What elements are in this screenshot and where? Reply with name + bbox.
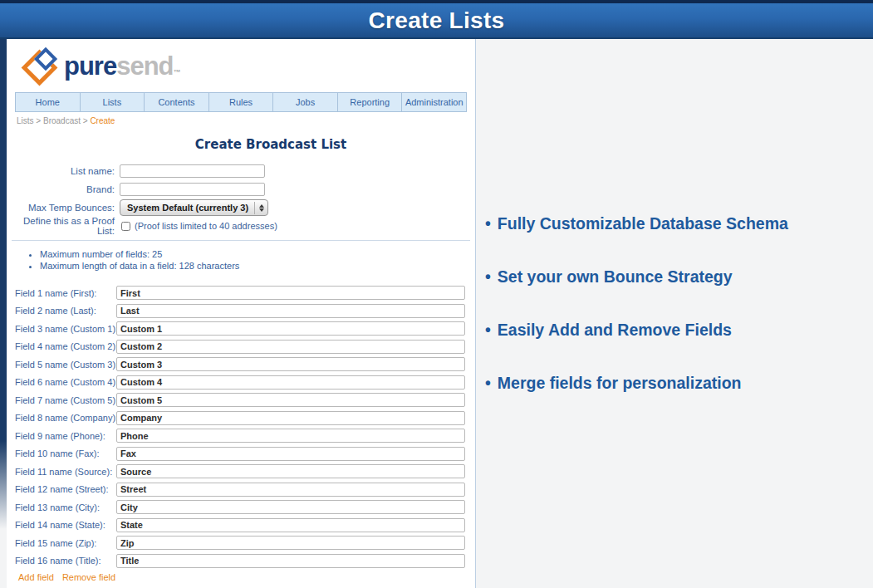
breadcrumb: Lists > Broadcast > Create [17, 116, 475, 125]
proof-list-label: Define this as a Proof List: [7, 216, 120, 236]
slide-title: Create Lists [369, 7, 505, 34]
max-temp-bounces-selected-value: System Default (currently 3) [127, 203, 248, 213]
field-label: Field 11 name (Source): [15, 467, 116, 477]
field-label: Field 5 name (Custom 3): [15, 360, 116, 370]
puresend-logo-icon [23, 47, 61, 87]
field-label: Field 7 name (Custom 5): [15, 395, 116, 405]
nav-tab-lists[interactable]: Lists [80, 93, 145, 111]
left-accent-strip [0, 39, 7, 529]
slide-bullet: •Merge fields for personalization [485, 372, 866, 394]
slide-bullet: •Set your own Bounce Strategy [485, 266, 866, 288]
nav-tab-contents[interactable]: Contents [144, 93, 208, 111]
breadcrumb-trail[interactable]: Lists > Broadcast > [17, 116, 88, 125]
list-name-input[interactable] [120, 164, 265, 178]
bullet-marker-icon: • [485, 213, 491, 235]
slide-bullet-list: •Fully Customizable Database Schema•Set … [485, 213, 866, 425]
field-row: Field 4 name (Custom 2): [15, 340, 465, 354]
field-name-input[interactable] [116, 429, 465, 443]
field-row: Field 12 name (Street): [15, 483, 465, 497]
bullet-marker-icon: • [485, 372, 491, 394]
field-row: Field 1 name (First): [15, 286, 465, 300]
slide: Create Lists puresend™ HomeListsContents… [0, 0, 873, 588]
slide-bullet-text: Fully Customizable Database Schema [498, 213, 788, 235]
field-actions: Add field Remove field [18, 572, 475, 582]
field-limit-notes: Maximum number of fields: 25Maximum leng… [7, 248, 475, 272]
list-name-row: List name: [7, 162, 475, 180]
slide-bullet: •Easily Add and Remove Fields [485, 319, 866, 341]
field-label: Field 4 name (Custom 2): [15, 341, 116, 351]
field-name-input[interactable] [116, 393, 465, 407]
field-label: Field 12 name (Street): [15, 484, 116, 494]
field-name-input[interactable] [116, 321, 465, 336]
field-name-input[interactable] [116, 286, 465, 300]
logo-word-send: send [116, 51, 173, 81]
puresend-logo: puresend™ [23, 47, 475, 89]
nav-tab-home[interactable]: Home [15, 93, 80, 111]
field-row: Field 10 name (Fax): [15, 447, 465, 461]
field-name-input[interactable] [116, 411, 465, 425]
add-field-link[interactable]: Add field [18, 572, 54, 582]
app-screenshot: puresend™ HomeListsContentsRulesJobsRepo… [7, 39, 476, 588]
brand-row: Brand: [7, 180, 475, 198]
bullet-marker-icon: • [485, 266, 491, 288]
field-row: Field 3 name (Custom 1): [15, 321, 465, 336]
slide-bullet-text: Easily Add and Remove Fields [498, 319, 732, 341]
field-name-input[interactable] [116, 340, 465, 354]
brand-input[interactable] [120, 183, 265, 196]
section-divider [12, 240, 470, 241]
slide-bullet-text: Set your own Bounce Strategy [498, 266, 733, 288]
field-label: Field 14 name (State): [15, 520, 116, 530]
field-name-input[interactable] [116, 357, 465, 371]
field-row: Field 2 name (Last): [15, 304, 465, 318]
field-name-input[interactable] [116, 536, 465, 550]
field-label: Field 1 name (First): [15, 288, 116, 298]
field-label: Field 2 name (Last): [15, 306, 116, 316]
logo-trademark: ™ [174, 68, 180, 76]
field-label: Field 10 name (Fax): [15, 448, 116, 458]
field-name-input[interactable] [116, 483, 465, 497]
nav-tab-jobs[interactable]: Jobs [272, 93, 337, 111]
field-name-input[interactable] [116, 500, 465, 514]
field-name-input[interactable] [116, 304, 465, 318]
proof-list-note: (Proof lists limited to 40 addresses) [135, 221, 277, 231]
arrow-up-icon [259, 202, 264, 208]
field-label: Field 8 name (Company): [15, 413, 116, 423]
field-name-input[interactable] [116, 447, 465, 461]
breadcrumb-current: Create [90, 116, 115, 125]
field-row: Field 7 name (Custom 5): [15, 393, 465, 407]
page-title: Create Broadcast List [7, 137, 475, 152]
logo-word-pure: pure [64, 51, 116, 81]
slide-bullet: •Fully Customizable Database Schema [485, 213, 866, 235]
field-label: Field 16 name (Title): [15, 556, 116, 566]
field-row: Field 5 name (Custom 3): [15, 357, 465, 371]
field-row: Field 6 name (Custom 4): [15, 375, 465, 390]
field-label: Field 15 name (Zip): [15, 538, 116, 548]
slide-title-banner: Create Lists [0, 0, 873, 39]
field-name-input[interactable] [116, 554, 465, 568]
field-label: Field 3 name (Custom 1): [15, 324, 116, 334]
field-row: Field 16 name (Title): [15, 554, 465, 568]
field-name-input[interactable] [116, 375, 465, 390]
field-row: Field 13 name (City): [15, 500, 465, 514]
bullet-marker-icon: • [485, 319, 491, 341]
remove-field-link[interactable]: Remove field [62, 572, 115, 582]
field-label: Field 6 name (Custom 4): [15, 377, 116, 387]
arrow-down-icon [259, 208, 264, 214]
field-name-input[interactable] [116, 518, 465, 532]
nav-tab-administration[interactable]: Administration [401, 93, 466, 111]
nav-tab-rules[interactable]: Rules [208, 93, 273, 111]
proof-list-row: Define this as a Proof List: (Proof list… [7, 217, 475, 235]
max-temp-bounces-label: Max Temp Bounces: [7, 203, 120, 213]
slide-bullet-text: Merge fields for personalization [498, 372, 742, 394]
field-row: Field 9 name (Phone): [15, 429, 465, 443]
proof-list-checkbox[interactable] [121, 222, 130, 231]
select-stepper-icon [254, 202, 264, 214]
main-nav: HomeListsContentsRulesJobsReportingAdmin… [15, 92, 467, 112]
nav-tab-reporting[interactable]: Reporting [337, 93, 402, 111]
field-row: Field 15 name (Zip): [15, 536, 465, 550]
brand-label: Brand: [7, 184, 120, 194]
list-settings-form: List name: Brand: Max Temp Bounces: Syst… [7, 162, 475, 235]
field-name-input[interactable] [116, 464, 465, 478]
field-row: Field 14 name (State): [15, 518, 465, 532]
max-temp-bounces-select[interactable]: System Default (currently 3) [120, 199, 268, 216]
